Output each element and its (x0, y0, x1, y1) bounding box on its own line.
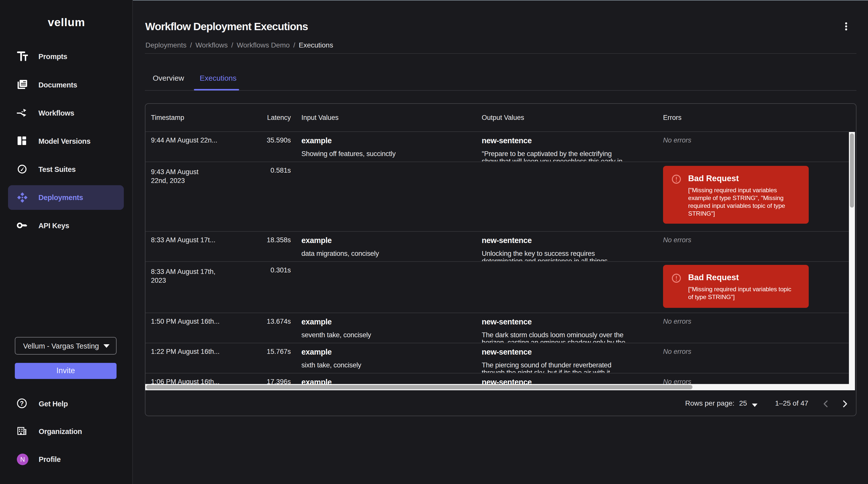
svg-text:?: ? (20, 400, 24, 407)
